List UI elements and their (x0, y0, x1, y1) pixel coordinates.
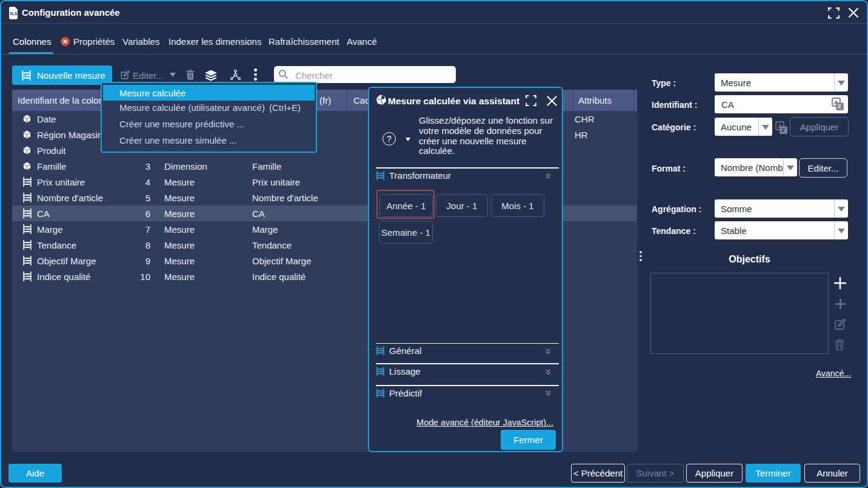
svg-text:XLS: XLS (10, 12, 17, 16)
